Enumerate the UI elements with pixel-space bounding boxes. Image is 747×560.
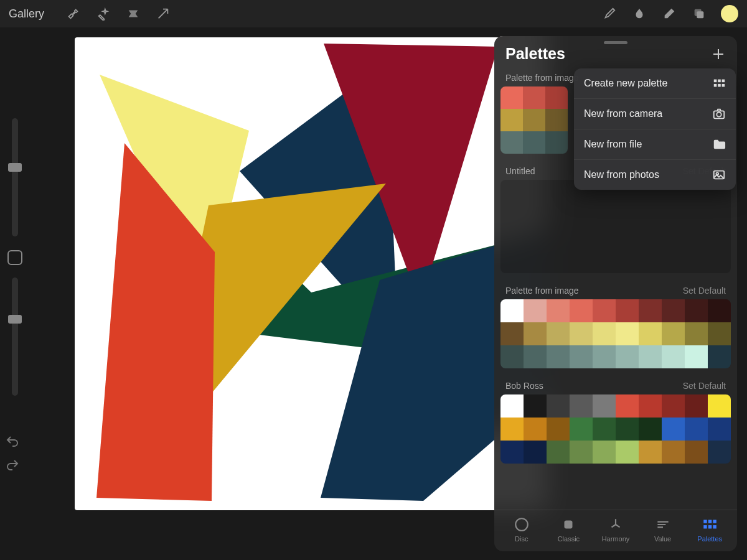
color-swatch[interactable]: [685, 345, 708, 368]
color-swatch[interactable]: [500, 131, 523, 154]
color-swatch[interactable]: [500, 394, 524, 418]
color-swatch[interactable]: [616, 441, 639, 464]
undo-icon[interactable]: [5, 434, 20, 449]
opacity-slider[interactable]: [12, 278, 18, 396]
current-color-indicator[interactable]: [721, 5, 738, 22]
set-default-button[interactable]: Set Default: [683, 381, 726, 391]
color-swatch[interactable]: [500, 109, 523, 131]
menu-new-from-photos[interactable]: New from photos: [574, 160, 736, 190]
color-swatch[interactable]: [639, 418, 662, 441]
tab-palettes[interactable]: Palettes: [688, 516, 731, 543]
tab-disc[interactable]: Disc: [500, 516, 543, 543]
gallery-button[interactable]: Gallery: [9, 7, 44, 21]
color-swatch[interactable]: [708, 345, 731, 368]
color-swatch[interactable]: [570, 345, 593, 368]
brush-icon[interactable]: [601, 6, 618, 22]
palette-swatches[interactable]: [500, 299, 731, 368]
color-swatch[interactable]: [616, 345, 639, 368]
menu-new-from-camera[interactable]: New from camera: [574, 99, 736, 129]
color-swatch[interactable]: [593, 418, 616, 441]
color-swatch[interactable]: [708, 418, 731, 441]
color-swatch[interactable]: [639, 394, 662, 418]
color-swatch[interactable]: [524, 394, 547, 418]
color-swatch[interactable]: [500, 299, 524, 322]
color-swatch[interactable]: [662, 345, 685, 368]
color-swatch[interactable]: [616, 394, 639, 418]
color-swatch[interactable]: [662, 418, 685, 441]
color-swatch[interactable]: [547, 322, 570, 345]
color-swatch[interactable]: [547, 418, 570, 441]
color-swatch[interactable]: [662, 394, 685, 418]
color-swatch[interactable]: [547, 299, 570, 322]
color-swatch[interactable]: [685, 441, 708, 464]
color-swatch[interactable]: [593, 322, 616, 345]
palette-swatches-preview[interactable]: [500, 86, 568, 154]
color-swatch[interactable]: [570, 322, 593, 345]
color-swatch[interactable]: [523, 86, 545, 109]
wrench-icon[interactable]: [65, 6, 82, 22]
color-swatch[interactable]: [593, 441, 616, 464]
color-swatch[interactable]: [708, 441, 731, 464]
set-default-button[interactable]: Set Default: [683, 286, 726, 296]
smudge-icon[interactable]: [631, 6, 647, 22]
color-swatch[interactable]: [500, 441, 524, 464]
menu-new-from-file[interactable]: New from file: [574, 129, 736, 160]
color-swatch[interactable]: [662, 441, 685, 464]
color-swatch[interactable]: [524, 418, 547, 441]
tab-harmony[interactable]: Harmony: [594, 516, 637, 543]
color-swatch[interactable]: [593, 299, 616, 322]
color-swatch[interactable]: [545, 109, 568, 131]
canvas[interactable]: [75, 37, 548, 510]
add-palette-icon[interactable]: [711, 47, 726, 62]
color-swatch[interactable]: [639, 441, 662, 464]
color-swatch[interactable]: [685, 299, 708, 322]
color-swatch[interactable]: [524, 345, 547, 368]
color-swatch[interactable]: [547, 394, 570, 418]
tab-classic[interactable]: Classic: [547, 516, 590, 543]
color-swatch[interactable]: [570, 418, 593, 441]
color-swatch[interactable]: [616, 322, 639, 345]
color-swatch[interactable]: [685, 418, 708, 441]
color-swatch[interactable]: [662, 299, 685, 322]
color-swatch[interactable]: [523, 109, 545, 131]
tab-value[interactable]: Value: [641, 516, 685, 543]
color-swatch[interactable]: [524, 441, 547, 464]
color-swatch[interactable]: [639, 322, 662, 345]
color-swatch[interactable]: [708, 322, 731, 345]
color-swatch[interactable]: [685, 322, 708, 345]
empty-palette[interactable]: [500, 180, 731, 273]
color-swatch[interactable]: [570, 299, 593, 322]
eraser-icon[interactable]: [661, 6, 677, 22]
color-swatch[interactable]: [593, 345, 616, 368]
color-swatch[interactable]: [524, 299, 547, 322]
color-swatch[interactable]: [570, 394, 593, 418]
arrow-icon[interactable]: [155, 6, 171, 22]
color-swatch[interactable]: [685, 394, 708, 418]
color-swatch[interactable]: [547, 345, 570, 368]
palette-swatches[interactable]: [500, 394, 731, 464]
color-swatch[interactable]: [708, 299, 731, 322]
color-swatch[interactable]: [639, 299, 662, 322]
layers-icon[interactable]: [691, 6, 707, 22]
color-swatch[interactable]: [708, 394, 731, 418]
wand-icon[interactable]: [95, 6, 111, 22]
brush-size-slider[interactable]: [12, 118, 18, 236]
color-swatch[interactable]: [500, 345, 524, 368]
color-swatch[interactable]: [616, 418, 639, 441]
modifier-button[interactable]: [7, 250, 22, 265]
color-swatch[interactable]: [662, 322, 685, 345]
color-swatch[interactable]: [545, 86, 568, 109]
color-swatch[interactable]: [570, 441, 593, 464]
color-swatch[interactable]: [524, 322, 547, 345]
panel-grabber[interactable]: [604, 41, 627, 44]
color-swatch[interactable]: [545, 131, 568, 154]
select-icon[interactable]: [125, 6, 141, 22]
color-swatch[interactable]: [639, 345, 662, 368]
color-swatch[interactable]: [523, 131, 545, 154]
redo-icon[interactable]: [5, 458, 20, 473]
menu-create-new-palette[interactable]: Create new palette: [574, 68, 736, 99]
color-swatch[interactable]: [500, 418, 524, 441]
color-swatch[interactable]: [547, 441, 570, 464]
color-swatch[interactable]: [593, 394, 616, 418]
color-swatch[interactable]: [500, 322, 524, 345]
